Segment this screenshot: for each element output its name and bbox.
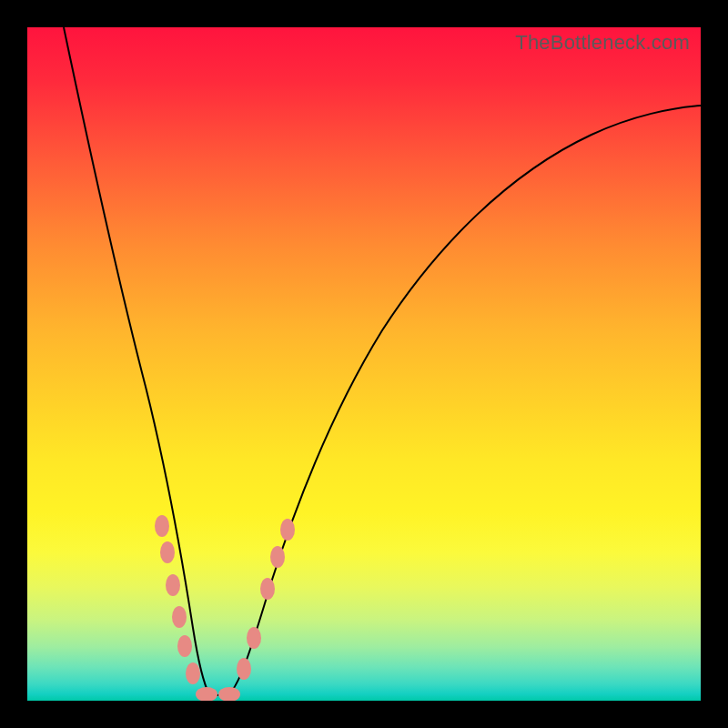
plot-area: TheBottleneck.com [27,27,701,701]
curve-left [64,27,218,695]
marker-right-1 [237,658,251,680]
marker-left-1 [155,515,169,537]
marker-left-2 [160,541,175,563]
marker-right-3 [260,578,275,600]
curve-right [228,106,701,695]
marker-left-3 [166,574,180,596]
marker-left-5 [177,635,192,657]
marker-right-4 [270,546,285,568]
chart-svg [27,27,701,701]
marker-right-5 [280,519,295,541]
marker-left-6 [186,662,200,684]
marker-bottom-1 [196,687,217,701]
marker-bottom-2 [218,687,240,701]
marker-left-4 [172,606,187,628]
marker-right-2 [247,627,261,649]
chart-frame: TheBottleneck.com [0,0,728,728]
